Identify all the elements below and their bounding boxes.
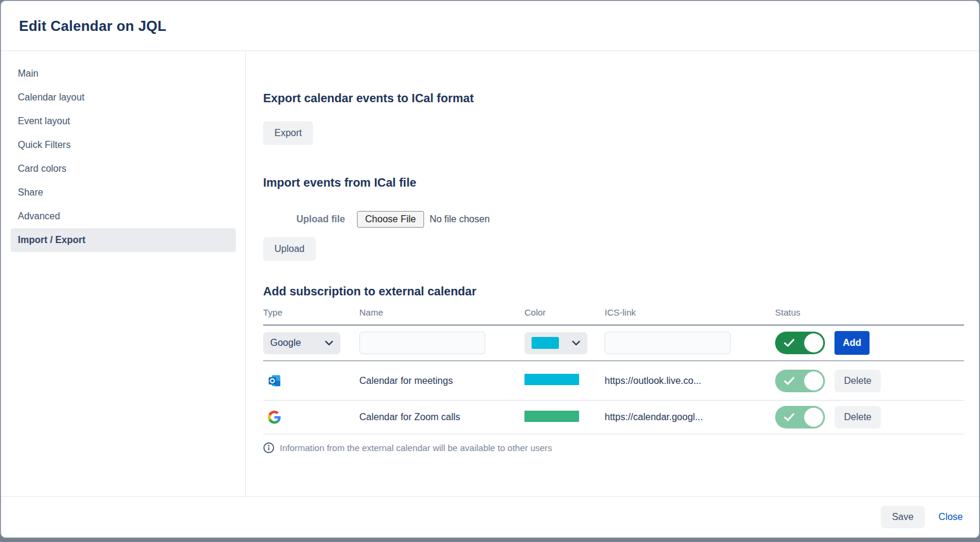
color-swatch bbox=[532, 337, 559, 349]
sidebar-item-main[interactable]: Main bbox=[11, 62, 236, 86]
add-button[interactable]: Add bbox=[834, 331, 870, 355]
chevron-down-icon bbox=[325, 341, 333, 346]
subscription-color-bar bbox=[524, 411, 579, 422]
choose-file-button[interactable]: Choose File bbox=[357, 211, 424, 228]
page-title: Edit Calendar on JQL bbox=[19, 18, 166, 34]
delete-button[interactable]: Delete bbox=[834, 370, 881, 392]
subscriptions-table: Type Name Color ICS-link Status Google bbox=[263, 304, 964, 453]
info-note-text: Information from the external calendar w… bbox=[280, 443, 552, 453]
import-section-heading: Import events from ICal file bbox=[263, 175, 964, 190]
export-section-heading: Export calendar events to ICal format bbox=[263, 90, 964, 106]
sidebar-item-calendar-layout[interactable]: Calendar layout bbox=[11, 86, 236, 109]
info-icon bbox=[263, 442, 274, 453]
outlook-icon bbox=[268, 374, 282, 387]
subscriptions-heading: Add subscription to external calendar bbox=[263, 283, 964, 299]
sidebar-item-card-colors[interactable]: Card colors bbox=[11, 157, 236, 181]
name-input[interactable] bbox=[359, 332, 485, 354]
google-icon bbox=[268, 411, 282, 424]
table-row: Calendar for Zoom calls https://calendar… bbox=[263, 401, 964, 434]
column-header-type: Type bbox=[263, 307, 359, 317]
table-header-row: Type Name Color ICS-link Status bbox=[263, 304, 964, 326]
sidebar: Main Calendar layout Event layout Quick … bbox=[1, 51, 246, 496]
column-header-name: Name bbox=[359, 307, 524, 317]
dialog-footer: Save Close bbox=[1, 496, 979, 537]
add-subscription-row: Google bbox=[263, 326, 964, 361]
subscription-color-bar bbox=[524, 374, 579, 385]
dialog-body: Main Calendar layout Event layout Quick … bbox=[1, 51, 979, 496]
sidebar-item-advanced[interactable]: Advanced bbox=[11, 204, 236, 228]
delete-button[interactable]: Delete bbox=[834, 406, 881, 428]
subscription-ics-link: https://outlook.live.co... bbox=[605, 376, 775, 386]
info-note-row: Information from the external calendar w… bbox=[263, 442, 964, 453]
type-select[interactable]: Google bbox=[263, 332, 340, 354]
export-button[interactable]: Export bbox=[263, 121, 313, 145]
column-header-status: Status bbox=[775, 307, 834, 317]
column-header-color: Color bbox=[524, 307, 605, 317]
toggle-knob bbox=[804, 408, 823, 427]
dialog-header: Edit Calendar on JQL bbox=[1, 1, 979, 51]
toggle-knob bbox=[804, 333, 823, 352]
subscription-name: Calendar for Zoom calls bbox=[359, 412, 524, 423]
check-icon bbox=[784, 413, 795, 421]
chevron-down-icon bbox=[572, 341, 580, 346]
status-toggle[interactable] bbox=[775, 370, 825, 392]
sidebar-item-quick-filters[interactable]: Quick Filters bbox=[11, 133, 236, 157]
no-file-chosen-text: No file chosen bbox=[429, 214, 489, 225]
upload-file-row: Upload file Choose File No file chosen bbox=[263, 210, 964, 228]
check-icon bbox=[784, 377, 795, 385]
sidebar-item-share[interactable]: Share bbox=[11, 181, 236, 204]
edit-calendar-dialog: Edit Calendar on JQL Main Calendar layou… bbox=[1, 1, 979, 538]
subscription-name: Calendar for meetings bbox=[359, 376, 524, 386]
upload-file-label: Upload file bbox=[296, 214, 345, 225]
sidebar-item-import-export[interactable]: Import / Export bbox=[11, 228, 236, 252]
upload-button[interactable]: Upload bbox=[263, 237, 316, 261]
status-toggle[interactable] bbox=[775, 406, 825, 428]
type-select-value: Google bbox=[270, 338, 301, 348]
subscription-ics-link: https://calendar.googl... bbox=[605, 412, 775, 423]
content-panel: Export calendar events to ICal format Ex… bbox=[246, 51, 979, 496]
close-link[interactable]: Close bbox=[938, 512, 963, 522]
color-select[interactable] bbox=[524, 332, 587, 354]
status-toggle[interactable] bbox=[775, 332, 825, 354]
table-row: Calendar for meetings https://outlook.li… bbox=[263, 361, 964, 401]
toggle-knob bbox=[804, 371, 823, 390]
check-icon bbox=[784, 339, 795, 347]
ics-link-input[interactable] bbox=[605, 332, 731, 354]
sidebar-item-event-layout[interactable]: Event layout bbox=[11, 109, 236, 133]
save-button[interactable]: Save bbox=[881, 506, 925, 528]
column-header-ics: ICS-link bbox=[605, 307, 775, 317]
